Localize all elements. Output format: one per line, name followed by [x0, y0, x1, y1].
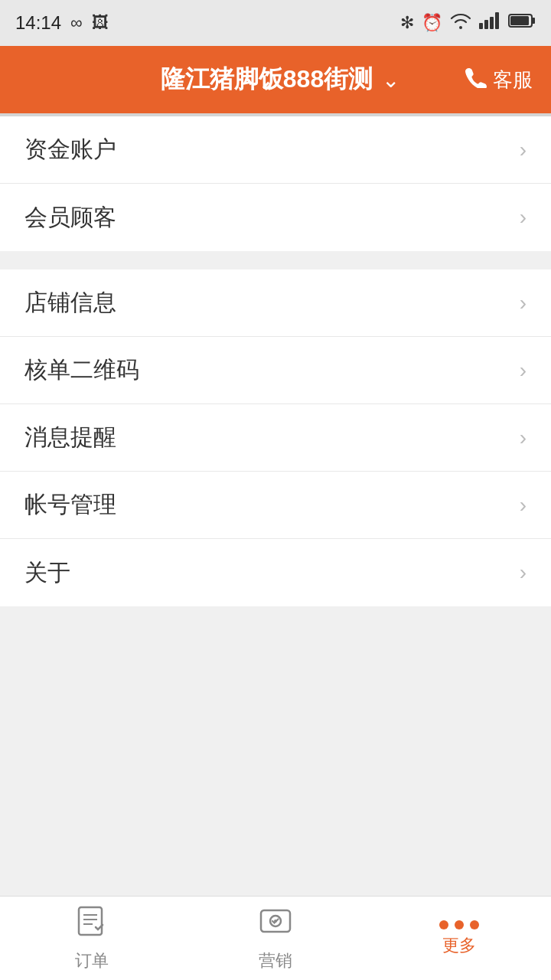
marketing-icon	[258, 904, 293, 945]
svg-rect-7	[79, 907, 102, 935]
svg-rect-0	[479, 23, 483, 29]
menu-item-account-management[interactable]: 帐号管理 ›	[0, 472, 551, 539]
section-divider	[0, 251, 551, 270]
orders-tab-label: 订单	[75, 949, 109, 972]
menu-item-funds-account[interactable]: 资金账户 ›	[0, 116, 551, 184]
dropdown-icon[interactable]: ⌄	[382, 67, 399, 93]
message-reminder-label: 消息提醒	[24, 422, 116, 453]
tab-more[interactable]: 更多	[383, 897, 536, 980]
alarm-icon: ⏰	[422, 13, 442, 33]
tab-orders[interactable]: 订单	[15, 897, 168, 980]
svg-rect-5	[510, 16, 529, 25]
customer-service-label: 客服	[493, 67, 533, 93]
tab-bar: 订单 营销 更多	[0, 896, 551, 980]
store-name: 隆江猪脚饭888街测	[161, 63, 373, 96]
phone-icon	[465, 67, 487, 93]
svg-rect-1	[484, 20, 488, 29]
image-icon: 🖼	[92, 13, 109, 33]
about-label: 关于	[24, 557, 70, 589]
menu-item-qr-verify[interactable]: 核单二维码 ›	[0, 337, 551, 404]
chevron-right-icon: ›	[520, 291, 527, 315]
menu-section-2: 店铺信息 › 核单二维码 › 消息提醒 › 帐号管理 › 关于 ›	[0, 270, 551, 606]
funds-account-label: 资金账户	[24, 134, 116, 165]
header: 隆江猪脚饭888街测 ⌄ 客服	[0, 46, 551, 113]
svg-rect-2	[490, 17, 494, 29]
chevron-right-icon: ›	[520, 205, 527, 230]
battery-icon	[508, 13, 536, 33]
chevron-right-icon: ›	[520, 560, 527, 585]
member-customers-label: 会员顾客	[24, 202, 116, 234]
status-bar: 14:14 ∞ 🖼 ✻ ⏰	[0, 0, 551, 46]
time-display: 14:14	[15, 12, 61, 34]
bluetooth-icon: ✻	[400, 13, 414, 33]
tab-marketing[interactable]: 营销	[199, 897, 352, 980]
menu-item-member-customers[interactable]: 会员顾客 ›	[0, 184, 551, 251]
signal-icon	[479, 12, 500, 34]
chevron-right-icon: ›	[520, 493, 527, 518]
menu-section-1: 资金账户 › 会员顾客 ›	[0, 116, 551, 251]
store-info-label: 店铺信息	[24, 287, 116, 318]
svg-point-13	[274, 920, 277, 923]
store-name-area[interactable]: 隆江猪脚饭888街测 ⌄	[95, 63, 465, 96]
svg-rect-3	[495, 12, 499, 29]
orders-icon	[74, 904, 109, 945]
menu-item-message-reminder[interactable]: 消息提醒 ›	[0, 404, 551, 472]
customer-service-button[interactable]: 客服	[465, 67, 533, 93]
qr-verify-label: 核单二维码	[24, 354, 139, 386]
chevron-right-icon: ›	[520, 138, 527, 162]
chevron-right-icon: ›	[520, 358, 527, 383]
menu-item-store-info[interactable]: 店铺信息 ›	[0, 270, 551, 337]
marketing-tab-label: 营销	[259, 949, 292, 972]
chevron-right-icon: ›	[520, 426, 527, 450]
infinity-icon: ∞	[70, 13, 83, 33]
more-dots-icon	[439, 920, 479, 929]
more-tab-label: 更多	[442, 934, 476, 957]
wifi-icon	[450, 12, 471, 34]
content-area: 资金账户 › 会员顾客 › 店铺信息 › 核单二维码 › 消息提醒 › 帐号管理…	[0, 116, 551, 691]
account-management-label: 帐号管理	[24, 489, 116, 521]
svg-rect-6	[532, 18, 535, 24]
menu-item-about[interactable]: 关于 ›	[0, 539, 551, 606]
